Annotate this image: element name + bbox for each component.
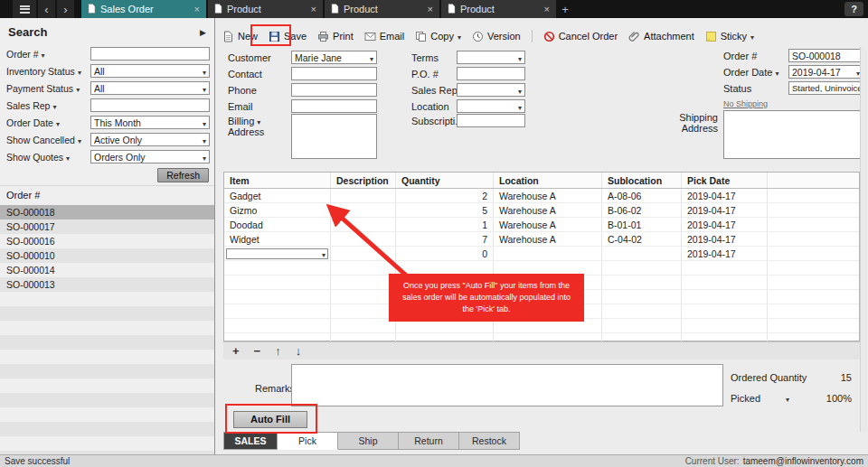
item-pick-date: 2019-04-17	[682, 203, 768, 217]
column-header-pick-date[interactable]: Pick Date	[682, 173, 768, 188]
table-row[interactable]	[224, 333, 859, 341]
tab-close-icon[interactable]	[428, 4, 433, 14]
field-selector-caret-icon[interactable]	[78, 66, 81, 77]
order-number-input[interactable]: SO-000018	[788, 49, 863, 62]
item-quantity	[396, 333, 494, 341]
version-button[interactable]: Version	[472, 31, 521, 42]
help-button[interactable]: ?	[844, 2, 863, 16]
new-tab-button[interactable]	[556, 0, 574, 18]
search-field-control[interactable]	[90, 47, 210, 61]
order-date-select[interactable]: 2019-04-17	[788, 65, 863, 79]
refresh-row: Refresh	[0, 165, 214, 185]
search-field-row: Order Date This Month	[0, 114, 214, 131]
column-header-quantity[interactable]: Quantity	[396, 173, 494, 188]
search-field-control[interactable]: All	[90, 64, 210, 78]
item-select[interactable]	[226, 248, 328, 259]
order-list-item[interactable]: SO-000017	[0, 219, 214, 234]
print-button[interactable]: Print	[317, 31, 354, 42]
item-location: Warehouse A	[494, 203, 602, 217]
subscription-input[interactable]	[457, 114, 525, 127]
order-list-item[interactable]: SO-000014	[0, 263, 214, 277]
window-tab[interactable]: Product	[441, 0, 556, 18]
sales-rep-select[interactable]	[457, 83, 525, 97]
vertical-scrollbar[interactable]	[860, 47, 867, 432]
sticky-button[interactable]: Sticky	[705, 31, 754, 42]
field-selector-caret-icon[interactable]	[78, 135, 81, 145]
picked-value: 100%	[826, 393, 852, 404]
view-tab[interactable]: Restock	[459, 432, 520, 450]
item-description	[331, 319, 396, 332]
copy-button[interactable]: Copy	[415, 31, 461, 42]
collapse-panel-icon[interactable]	[200, 26, 206, 37]
document-icon	[214, 4, 222, 15]
no-shipping-link[interactable]: No Shipping	[723, 99, 768, 108]
email-input[interactable]	[291, 99, 377, 113]
attachment-button[interactable]: Attachment	[628, 31, 694, 42]
item-pick-date: 2019-04-17	[682, 232, 768, 246]
field-selector-caret-icon[interactable]	[56, 117, 60, 128]
terms-select[interactable]	[457, 51, 525, 64]
window-tab[interactable]: Product	[325, 0, 439, 18]
field-selector-caret-icon[interactable]	[775, 67, 778, 78]
window-tab[interactable]: Sales Order	[81, 0, 206, 18]
picked-row: Picked 100%	[731, 393, 852, 404]
field-selector-caret-icon[interactable]	[52, 100, 56, 111]
phone-input[interactable]	[291, 83, 377, 97]
order-list-item[interactable]: SO-000013	[0, 277, 214, 292]
tab-close-icon[interactable]	[194, 4, 200, 14]
view-tab-label: Pick	[298, 435, 316, 446]
tab-close-icon[interactable]	[311, 4, 316, 14]
move-row-down-icon[interactable]	[296, 345, 302, 357]
document-icon	[88, 4, 96, 15]
order-id: SO-000017	[6, 221, 55, 232]
shipping-address-textarea[interactable]	[723, 110, 863, 159]
order-list-item[interactable]: SO-000010	[0, 248, 214, 263]
nav-forward-button[interactable]	[57, 0, 74, 18]
search-field-control[interactable]: Orders Only	[90, 150, 210, 163]
item-sublocation	[602, 304, 682, 318]
search-field-control[interactable]: Active Only	[90, 133, 210, 146]
dropdown-caret-icon	[203, 117, 206, 128]
add-row-icon[interactable]	[232, 345, 240, 357]
field-selector-caret-icon[interactable]	[42, 49, 45, 60]
view-tab[interactable]: Ship	[338, 432, 399, 450]
cancel-order-button[interactable]: Cancel Order	[543, 31, 618, 42]
view-tab[interactable]: Pick	[278, 432, 338, 450]
nav-back-button[interactable]	[38, 0, 55, 18]
search-field-control[interactable]: This Month	[90, 116, 210, 129]
order-list-item[interactable]: SO-000018	[0, 205, 214, 219]
remove-row-icon[interactable]	[254, 345, 261, 357]
item-pick-date	[682, 261, 768, 275]
move-row-up-icon[interactable]	[275, 345, 281, 357]
column-header-location[interactable]: Location	[494, 173, 602, 188]
contact-input[interactable]	[291, 67, 377, 80]
field-selector-caret-icon[interactable]	[66, 152, 70, 163]
view-tab[interactable]: Return	[399, 432, 459, 450]
column-header-item[interactable]: Item	[224, 173, 331, 188]
billing-address-textarea[interactable]	[291, 114, 377, 159]
tab-close-icon[interactable]	[544, 4, 550, 14]
view-tab[interactable]: SALES	[223, 432, 278, 450]
column-header-description[interactable]: Description	[331, 173, 396, 188]
order-list-item[interactable]: SO-000016	[0, 234, 214, 248]
window-tab[interactable]: Product	[208, 0, 323, 18]
search-field-row: Sales Rep	[0, 97, 214, 114]
item-sublocation	[602, 319, 682, 332]
search-field-control[interactable]: All	[90, 81, 210, 95]
dropdown-caret-icon[interactable]	[786, 393, 789, 404]
search-field-control[interactable]	[90, 98, 210, 112]
location-select[interactable]	[457, 99, 525, 113]
remarks-textarea[interactable]	[291, 364, 723, 406]
email-button[interactable]: Email	[364, 31, 405, 42]
field-selector-caret-icon[interactable]	[257, 116, 260, 126]
refresh-button[interactable]: Refresh	[157, 168, 209, 182]
menu-button[interactable]	[13, 0, 36, 18]
row-tools	[223, 341, 860, 360]
field-selector-caret-icon[interactable]	[76, 83, 80, 94]
dropdown-caret-icon	[203, 135, 206, 145]
main-panel: New Save Print Email Copy Version	[215, 18, 868, 454]
column-header-sublocation[interactable]: Sublocation	[602, 173, 682, 188]
customer-select[interactable]: Marie Jane	[291, 51, 377, 64]
po-number-input[interactable]	[457, 67, 525, 80]
item-pick-date	[682, 276, 768, 289]
